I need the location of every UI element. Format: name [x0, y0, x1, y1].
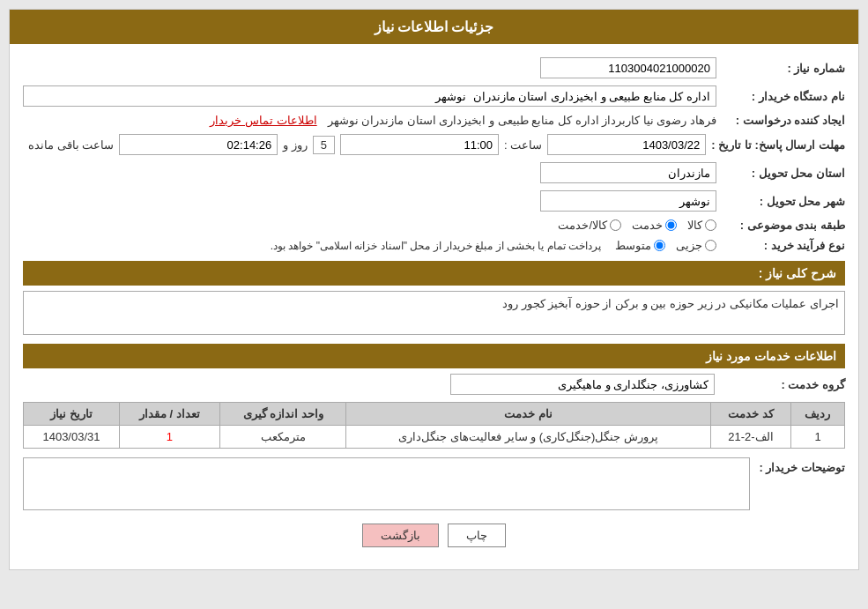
- table-cell: 1: [790, 426, 844, 449]
- purchase-jozii-label: جزیی: [676, 239, 702, 252]
- services-section-header: اطلاعات خدمات مورد نیاز: [23, 344, 845, 368]
- page-title: جزئیات اطلاعات نیاز: [375, 19, 494, 34]
- table-cell: 1403/03/31: [24, 426, 120, 449]
- description-section-header: شرح کلی نیاز :: [23, 261, 845, 286]
- deadline-day-label: روز و: [283, 138, 308, 152]
- deadline-time-label: ساعت :: [504, 138, 542, 152]
- buyer-org-input: [23, 85, 716, 107]
- table-row: 1الف-2-21پرورش جنگل(جنگل‌کاری) و سایر فع…: [24, 426, 845, 449]
- province-row: استان محل تحویل :: [23, 162, 845, 183]
- content-area: شماره نیاز : نام دستگاه خریدار : ایجاد ک…: [10, 44, 858, 569]
- city-label: شهر محل تحویل :: [722, 195, 845, 208]
- description-content: اجرای عملیات مکانیکی در زیر حوزه بین و ب…: [502, 297, 839, 310]
- city-row: شهر محل تحویل :: [23, 190, 845, 212]
- button-row: چاپ بازگشت: [23, 524, 845, 547]
- category-row: طبقه بندی موضوعی : کالا خدمت کالا/خدمت: [23, 219, 845, 232]
- category-radio-group: کالا خدمت کالا/خدمت: [558, 219, 716, 232]
- col-unit: واحد اندازه گیری: [219, 403, 346, 426]
- buyer-org-row: نام دستگاه خریدار :: [23, 85, 845, 107]
- purchase-type-label: نوع فرآیند خرید :: [722, 239, 845, 252]
- buyer-comment-box: [23, 457, 750, 510]
- remaining-time-input: [119, 134, 278, 155]
- col-quantity: تعداد / مقدار: [119, 403, 219, 426]
- need-number-label: شماره نیاز :: [722, 62, 845, 75]
- category-radio-kala-khedmat[interactable]: کالا/خدمت: [558, 219, 621, 232]
- description-section-title: شرح کلی نیاز :: [759, 266, 836, 280]
- purchase-radio-motavaset[interactable]: متوسط: [615, 239, 665, 252]
- creator-row: ایجاد کننده درخواست : فرهاد رضوی نیا کار…: [23, 114, 845, 127]
- purchase-motavaset-label: متوسط: [615, 239, 651, 252]
- purchase-radio-jozii[interactable]: جزیی: [676, 239, 716, 252]
- main-container: جزئیات اطلاعات نیاز شماره نیاز : نام دست…: [9, 9, 859, 570]
- col-date: تاریخ نیاز: [24, 403, 120, 426]
- service-group-label: گروه خدمت :: [722, 378, 845, 391]
- category-radio-kala[interactable]: کالا: [687, 219, 716, 232]
- services-section-title: اطلاعات خدمات مورد نیاز: [706, 349, 836, 363]
- deadline-label: مهلت ارسال پاسخ: تا تاریخ :: [711, 138, 845, 152]
- category-khedmat-label: خدمت: [632, 219, 663, 232]
- remaining-label: ساعت باقی مانده: [28, 138, 114, 152]
- table-cell: 1: [119, 426, 219, 449]
- table-cell: پرورش جنگل(جنگل‌کاری) و سایر فعالیت‌های …: [346, 426, 711, 449]
- province-input: [540, 162, 716, 183]
- table-cell: مترمکعب: [219, 426, 346, 449]
- table-cell: الف-2-21: [710, 426, 790, 449]
- service-group-row: گروه خدمت :: [23, 374, 845, 395]
- category-radio-khedmat[interactable]: خدمت: [632, 219, 677, 232]
- col-row-num: ردیف: [790, 403, 844, 426]
- col-service-name: نام خدمت: [346, 403, 711, 426]
- back-button[interactable]: بازگشت: [362, 524, 439, 547]
- creator-label: ایجاد کننده درخواست :: [722, 114, 845, 127]
- purchase-type-radio-group: جزیی متوسط: [615, 239, 716, 252]
- page-wrapper: جزئیات اطلاعات نیاز شماره نیاز : نام دست…: [0, 0, 868, 579]
- category-kala-label: کالا: [687, 219, 702, 232]
- creator-value: فرهاد رضوی نیا کاربرداز اداره کل منابع ط…: [328, 114, 716, 127]
- deadline-time-input: [340, 134, 499, 155]
- need-number-row: شماره نیاز :: [23, 57, 845, 78]
- purchase-note: پرداخت تمام یا بخشی از مبلغ خریدار از مح…: [271, 240, 601, 252]
- buyer-org-label: نام دستگاه خریدار :: [722, 90, 845, 103]
- province-label: استان محل تحویل :: [722, 167, 845, 180]
- col-service-code: کد خدمت: [710, 403, 790, 426]
- deadline-row: مهلت ارسال پاسخ: تا تاریخ : ساعت : 5 روز…: [23, 134, 845, 155]
- buyer-comment-label: توضیحات خریدار :: [757, 457, 845, 474]
- description-box: اجرای عملیات مکانیکی در زیر حوزه بین و ب…: [23, 291, 845, 335]
- services-table: ردیف کد خدمت نام خدمت واحد اندازه گیری ت…: [23, 402, 845, 449]
- need-number-input[interactable]: [540, 57, 716, 78]
- buyer-comment-wrapper: توضیحات خریدار :: [23, 457, 845, 510]
- category-label: طبقه بندی موضوعی :: [722, 219, 845, 232]
- contact-link[interactable]: اطلاعات تماس خریدار: [210, 114, 316, 127]
- city-input: [540, 190, 716, 212]
- purchase-type-row: نوع فرآیند خرید : جزیی متوسط پرداخت تمام…: [23, 239, 845, 252]
- page-header: جزئیات اطلاعات نیاز: [10, 10, 858, 44]
- category-kala-khedmat-label: کالا/خدمت: [558, 219, 607, 232]
- deadline-date-input: [547, 134, 706, 155]
- service-group-input: [450, 374, 715, 395]
- deadline-days-value: 5: [313, 136, 335, 154]
- print-button[interactable]: چاپ: [448, 524, 506, 547]
